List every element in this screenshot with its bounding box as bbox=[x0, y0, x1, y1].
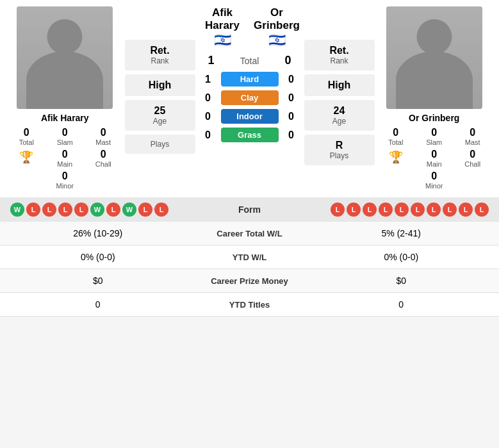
left-total-label: Total bbox=[19, 138, 34, 146]
right-silhouette bbox=[386, 6, 482, 109]
form-section: WLLLLWLWLL Form LLLLLLLLLL bbox=[0, 197, 499, 222]
right-slam-value: 0 bbox=[431, 127, 437, 138]
right-high-value: High bbox=[309, 79, 370, 91]
players-area: Afik Harary 0 Total 0 Slam 0 Mast 🏆 bbox=[0, 0, 499, 190]
form-badge-right: L bbox=[331, 203, 345, 217]
left-high-value: High bbox=[130, 79, 190, 91]
right-grass-score: 0 bbox=[279, 129, 304, 141]
left-plays-value: Plays bbox=[130, 140, 190, 149]
left-indoor-score: 0 bbox=[195, 111, 221, 122]
main-container: Afik Harary 0 Total 0 Slam 0 Mast 🏆 bbox=[0, 0, 499, 317]
form-badge-right: L bbox=[363, 203, 377, 217]
left-clay-score: 0 bbox=[195, 92, 221, 104]
right-plays-value: R bbox=[309, 140, 370, 151]
left-avatar bbox=[17, 6, 113, 109]
left-slam-stat: 0 Slam bbox=[47, 127, 83, 146]
stats-center-3: YTD Titles bbox=[186, 300, 314, 310]
right-total-stat: 0 Total bbox=[378, 127, 414, 146]
right-main-value: 0 bbox=[431, 149, 437, 160]
right-total-value: 0 bbox=[393, 127, 398, 138]
right-chall-stat: 0 Chall bbox=[455, 149, 491, 168]
stats-right-2: $0 bbox=[314, 276, 489, 286]
left-age-value: 25 bbox=[130, 105, 190, 117]
left-trophy: 🏆 bbox=[8, 149, 44, 168]
hard-row: 1 Hard 0 bbox=[195, 70, 304, 88]
left-rank-label: Rank bbox=[130, 56, 190, 65]
left-total-value: 0 bbox=[24, 127, 29, 138]
form-label: Form bbox=[238, 204, 261, 215]
right-age-label: Age bbox=[309, 117, 370, 126]
form-badge-left: W bbox=[90, 203, 104, 217]
stats-row: 0 YTD Titles 0 bbox=[0, 293, 499, 317]
left-chall-value: 0 bbox=[101, 149, 106, 160]
form-badge-right: L bbox=[411, 203, 425, 217]
stats-table: 26% (10-29) Career Total W/L 5% (2-41) 0… bbox=[0, 222, 499, 317]
form-badge-right: L bbox=[379, 203, 393, 217]
left-name-header: Afik Harary 🇮🇱 bbox=[195, 6, 250, 49]
right-rank-panel: Ret. Rank bbox=[304, 40, 375, 71]
right-minor-value: 0 bbox=[431, 170, 437, 182]
form-badge-right: L bbox=[443, 203, 457, 217]
left-main-value: 0 bbox=[62, 149, 68, 160]
stats-center-2: Career Prize Money bbox=[186, 276, 314, 286]
left-age-label: Age bbox=[130, 117, 190, 126]
clay-badge: Clay bbox=[221, 90, 279, 105]
left-player-stats: 0 Total 0 Slam 0 Mast 🏆 0 Main bbox=[5, 127, 125, 190]
right-trophy-icon: 🏆 bbox=[389, 150, 403, 164]
left-slam-value: 0 bbox=[62, 127, 68, 138]
hard-badge: Hard bbox=[221, 72, 279, 87]
indoor-row: 0 Indoor 0 bbox=[195, 107, 304, 126]
right-plays-panel: R Plays bbox=[304, 135, 375, 165]
right-player-stats: 0 Total 0 Slam 0 Mast 🏆 0 Main bbox=[375, 127, 495, 190]
right-indoor-score: 0 bbox=[279, 111, 304, 122]
left-main-label: Main bbox=[57, 160, 72, 168]
right-name-header: Or Grinberg 🇮🇱 bbox=[250, 6, 304, 49]
right-main-stat: 0 Main bbox=[416, 149, 452, 168]
right-minor-stat: 0 Minor bbox=[416, 170, 452, 190]
left-minor-label: Minor bbox=[56, 182, 74, 190]
left-chall-stat: 0 Chall bbox=[85, 149, 121, 168]
stats-row: $0 Career Prize Money $0 bbox=[0, 269, 499, 293]
grass-row: 0 Grass 0 bbox=[195, 126, 304, 144]
right-mast-value: 0 bbox=[470, 127, 475, 138]
right-minor-label: Minor bbox=[425, 182, 443, 190]
left-player-name: Afik Harary bbox=[41, 113, 89, 123]
clay-row: 0 Clay 0 bbox=[195, 88, 304, 107]
right-high-panel: High bbox=[304, 74, 375, 96]
right-clay-score: 0 bbox=[279, 92, 304, 104]
left-rank-value: Ret. bbox=[130, 45, 190, 56]
right-avatar bbox=[386, 6, 482, 109]
form-badge-left: L bbox=[74, 203, 88, 217]
right-flag: 🇮🇱 bbox=[250, 32, 304, 49]
left-hard-score: 1 bbox=[195, 74, 221, 85]
right-total-label: Total bbox=[388, 138, 403, 146]
right-age-panel: 24 Age bbox=[304, 100, 375, 131]
stats-row: 26% (10-29) Career Total W/L 5% (2-41) bbox=[0, 222, 499, 245]
form-badge-left: L bbox=[58, 203, 72, 217]
left-total-stat: 0 Total bbox=[8, 127, 44, 146]
names-header: Afik Harary 🇮🇱 Or Grinberg 🇮🇱 bbox=[195, 6, 304, 49]
right-slam-label: Slam bbox=[426, 138, 442, 146]
right-trophy: 🏆 bbox=[378, 149, 414, 168]
left-grass-score: 0 bbox=[195, 129, 221, 141]
left-header-name: Afik Harary bbox=[195, 6, 250, 32]
right-chall-value: 0 bbox=[470, 149, 475, 160]
right-info-panels: Ret. Rank High 24 Age R Plays bbox=[304, 6, 375, 190]
left-rank-panel: Ret. Rank bbox=[125, 40, 195, 71]
form-badge-left: W bbox=[10, 203, 24, 217]
right-form-badges: LLLLLLLLLL bbox=[331, 203, 489, 217]
left-total-score: 1 bbox=[199, 54, 224, 67]
left-age-panel: 25 Age bbox=[125, 100, 195, 131]
center-area: Afik Harary 🇮🇱 Or Grinberg 🇮🇱 1 Total 0 … bbox=[195, 6, 304, 190]
total-row: 1 Total 0 bbox=[195, 51, 304, 70]
left-mast-label: Mast bbox=[95, 138, 111, 146]
stats-row: 0% (0-0) YTD W/L 0% (0-0) bbox=[0, 245, 499, 269]
left-form-badges: WLLLLWLWLL bbox=[10, 203, 168, 217]
right-slam-stat: 0 Slam bbox=[416, 127, 452, 146]
right-rank-label: Rank bbox=[309, 56, 370, 65]
right-mast-stat: 0 Mast bbox=[455, 127, 491, 146]
right-hard-score: 0 bbox=[279, 74, 304, 85]
right-player-name: Or Grinberg bbox=[409, 113, 459, 123]
left-mast-value: 0 bbox=[101, 127, 106, 138]
stats-left-3: 0 bbox=[10, 299, 186, 310]
